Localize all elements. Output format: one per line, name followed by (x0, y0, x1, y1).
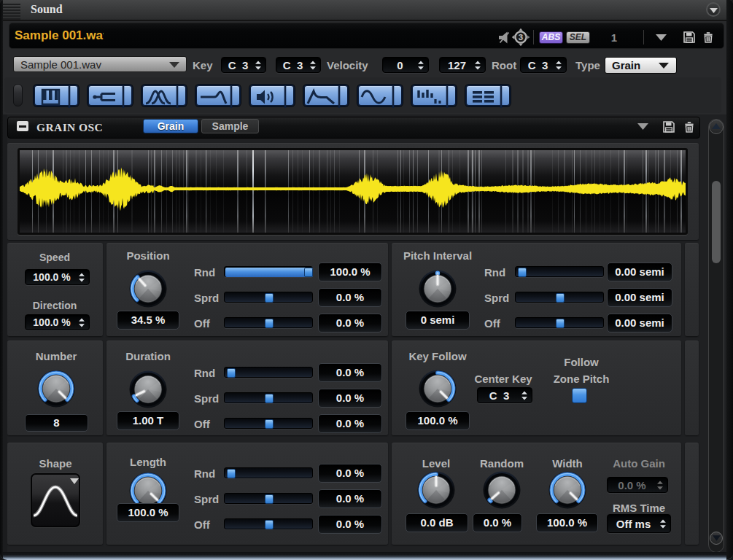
svg-text:3: 3 (519, 33, 523, 42)
